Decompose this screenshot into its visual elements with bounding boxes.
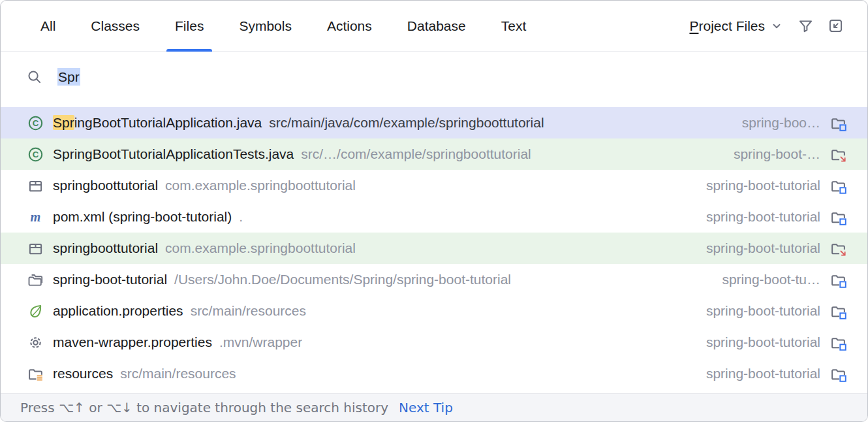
java-class-icon: C: [27, 114, 44, 131]
result-path: src/main/java/com/example/springboottuto…: [269, 115, 544, 131]
scope-selector[interactable]: Project Files: [684, 1, 788, 51]
svg-text:m: m: [30, 210, 40, 224]
result-row[interactable]: springboottutorial com.example.springboo…: [1, 233, 867, 264]
module-folder-icon: [829, 208, 846, 225]
search-tabs-bar: All Classes Files Symbols Actions Databa…: [1, 1, 867, 52]
tab-text[interactable]: Text: [491, 1, 536, 51]
result-row[interactable]: m pom.xml (spring-boot-tutorial) . sprin…: [1, 201, 867, 233]
result-row[interactable]: resources src/main/resources spring-boot…: [1, 358, 867, 389]
open-in-editor-icon: [828, 18, 844, 34]
result-module: spring-boot-tutorial: [693, 303, 820, 319]
result-module: spring-boot-tutorial: [693, 334, 820, 350]
package-icon: [27, 240, 44, 257]
result-row[interactable]: application.properties src/main/resource…: [1, 295, 867, 327]
result-name: spring-boot-tutorial: [53, 272, 167, 287]
result-name: resources: [53, 366, 113, 381]
result-row[interactable]: springboottutorial com.example.springboo…: [1, 170, 867, 201]
result-path: /Users/John.Doe/Documents/Spring/spring-…: [174, 272, 511, 287]
tab-actions[interactable]: Actions: [317, 1, 382, 51]
module-folder-icon: [829, 177, 846, 194]
search-input[interactable]: Spr: [57, 69, 80, 85]
spring-leaf-icon: [27, 302, 44, 319]
gear-icon: [27, 334, 44, 351]
footer-hint-bar: Press ⌥↑ or ⌥↓ to navigate through the s…: [1, 393, 867, 421]
filter-icon: [798, 18, 814, 34]
result-name: springboottutorial: [53, 240, 158, 256]
result-module: spring-boot-tutorial: [693, 240, 820, 256]
result-module: spring-boot-…: [721, 146, 820, 162]
module-folder-icon: [829, 334, 846, 351]
project-folder-icon: [27, 271, 44, 288]
filter-button[interactable]: [793, 14, 818, 39]
search-bar: Spr: [1, 52, 867, 102]
next-tip-link[interactable]: Next Tip: [399, 400, 453, 415]
tab-database[interactable]: Database: [397, 1, 476, 51]
result-row[interactable]: C SpringBootTutorialApplicationTests.jav…: [1, 138, 867, 170]
result-name: SpringBootTutorialApplication.java: [53, 115, 262, 131]
result-path: src/main/resources: [120, 366, 236, 381]
tab-symbols[interactable]: Symbols: [229, 1, 302, 51]
result-name: SpringBootTutorialApplicationTests.java: [53, 146, 294, 162]
result-module: spring-boot-tu…: [709, 272, 820, 287]
module-folder-icon: [829, 302, 846, 319]
svg-text:C: C: [32, 150, 39, 159]
module-folder-icon: [829, 365, 846, 382]
result-path: com.example.springboottutorial: [165, 178, 356, 193]
search-history-hint: Press ⌥↑ or ⌥↓ to navigate through the s…: [20, 400, 388, 415]
package-icon: [27, 177, 44, 194]
result-path: .mvn/wrapper: [219, 334, 302, 350]
maven-icon: m: [27, 208, 44, 225]
search-input-selected-text: Spr: [57, 68, 80, 86]
result-name: application.properties: [53, 303, 183, 319]
test-module-folder-icon: [829, 146, 846, 163]
open-in-editor-button[interactable]: [823, 14, 848, 39]
result-path: .: [239, 209, 243, 225]
result-module: spring-boot-tutorial: [693, 366, 820, 381]
result-module: spring-boo…: [729, 115, 820, 131]
result-name: springboottutorial: [53, 178, 158, 193]
chevron-down-icon: [771, 20, 783, 32]
module-folder-icon: [829, 271, 846, 288]
resources-folder-icon: [27, 365, 44, 382]
tab-classes[interactable]: Classes: [81, 1, 149, 51]
tab-all[interactable]: All: [31, 1, 65, 51]
svg-text:C: C: [32, 118, 39, 128]
result-module: spring-boot-tutorial: [693, 209, 820, 225]
result-module: spring-boot-tutorial: [693, 178, 820, 193]
result-path: com.example.springboottutorial: [165, 240, 356, 256]
search-everywhere-dialog: All Classes Files Symbols Actions Databa…: [0, 0, 868, 422]
match-highlight: Spr: [53, 115, 74, 130]
search-icon: [27, 69, 42, 84]
scope-label: Project Files: [689, 18, 765, 34]
module-folder-icon: [829, 114, 846, 131]
results-list: C SpringBootTutorialApplication.java src…: [1, 107, 867, 389]
result-path: src/main/resources: [191, 303, 306, 319]
result-row[interactable]: C SpringBootTutorialApplication.java src…: [1, 107, 867, 138]
test-module-folder-icon: [829, 240, 846, 257]
java-class-icon: C: [27, 146, 44, 163]
result-path: src/…/com/example/springboottutorial: [301, 146, 531, 162]
tab-files[interactable]: Files: [165, 1, 213, 51]
result-name: pom.xml (spring-boot-tutorial): [53, 209, 232, 225]
result-row[interactable]: spring-boot-tutorial /Users/John.Doe/Doc…: [1, 264, 867, 295]
result-row[interactable]: maven-wrapper.properties .mvn/wrapper sp…: [1, 327, 867, 358]
result-name: maven-wrapper.properties: [53, 334, 212, 350]
